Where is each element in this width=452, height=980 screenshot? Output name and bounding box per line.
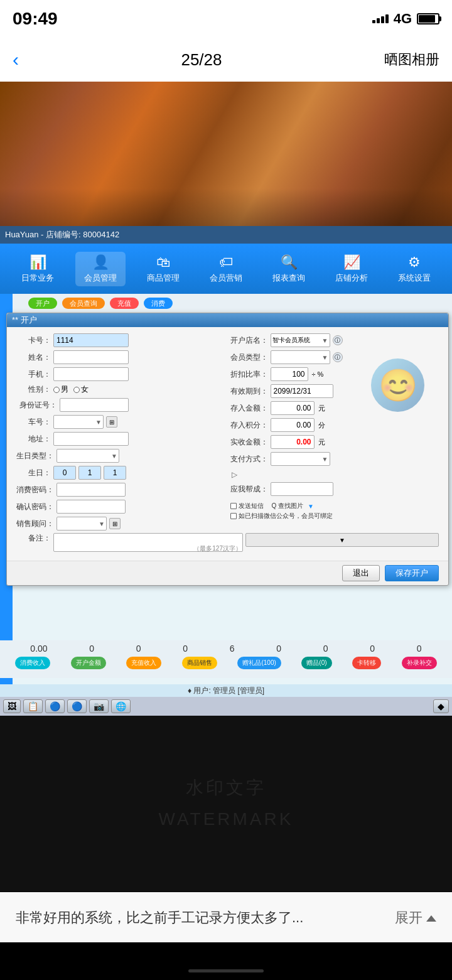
photo-overlay [0,188,452,226]
nav-title: 25/28 [19,50,384,70]
birthday-day[interactable]: 1 [104,466,126,480]
goods-icon: 🛍 [156,254,170,271]
stat-btn-transfer[interactable]: 卡转移 [352,657,381,669]
carno-expand-btn[interactable]: ⊞ [106,416,117,428]
stat-btn-gift100[interactable]: 赠礼品(100) [237,657,281,669]
shop-info-btn[interactable]: ⓘ [333,335,343,345]
taskbar-btn-1[interactable]: 🖼 [3,699,21,713]
stat-btn-open[interactable]: 开户金额 [71,657,106,669]
menu-goods[interactable]: 🛍 商品管理 [138,254,188,284]
taskbar-icon-3: 🔵 [50,701,60,711]
discount-unit: ÷ % [312,370,324,378]
recharge-btn[interactable]: 充值 [110,298,139,309]
back-button[interactable]: ‹ [13,49,19,70]
carno-label: 车号： [16,417,51,428]
birthday-year[interactable]: 0 [53,466,76,480]
wechat-label: 如已扫描微信公众号，会员可绑定 [239,512,333,520]
card-no-label: 卡号： [16,335,51,346]
birthday-month[interactable]: 1 [78,466,101,480]
cancel-button[interactable]: 退出 [342,565,380,581]
extra-btn[interactable]: ▼ [308,503,314,510]
taskbar-btn-4[interactable]: 🔵 [67,699,87,713]
menu-daily[interactable]: 📊 日常业务 [13,254,63,284]
menu-analysis[interactable]: 📈 店铺分析 [326,254,377,284]
valid-to-input[interactable] [271,384,333,398]
actual-amount-input[interactable] [271,435,315,449]
phone-input[interactable] [53,367,129,381]
female-option[interactable]: 女 [73,384,89,395]
deposit-amount-input[interactable] [271,401,315,415]
wishes-input[interactable] [271,482,333,496]
taskbar-btn-2[interactable]: 📋 [23,699,43,713]
taskbar: 🖼 📋 🔵 🔵 📷 🌐 ◆ [0,697,452,716]
pay-method-select[interactable]: ▼ [271,452,330,466]
wechat-checkbox[interactable] [230,513,237,519]
consume-btn[interactable]: 消费 [144,298,173,309]
save-open-account-button[interactable]: 保存开户 [385,565,439,581]
menu-marketing[interactable]: 🏷 会员营销 [201,254,251,284]
remarks-expand[interactable]: ▼ [245,533,439,547]
smiley-icon: 😊 [371,358,424,412]
open-account-dialog: ** 开户 卡号： 姓名： 手机： [6,313,449,586]
user-bar-text: ♦ 用户: 管理员 [管理员] [188,686,264,696]
expand-button[interactable]: 展开 [395,908,436,927]
taskbar-icon-4: 🔵 [72,701,82,711]
menu-report[interactable]: 🔍 报表查询 [264,254,314,284]
form-left: 卡号： 姓名： 手机： 性别： [16,333,225,530]
signal-4g: 4G [394,11,412,27]
cursor-row: ▷ [230,470,439,479]
stat-btn-gift0[interactable]: 赠品(0) [301,657,331,669]
stat-btn-goods[interactable]: 商品销售 [182,657,217,669]
valid-to-label: 有效期到： [230,386,268,397]
member-query-btn[interactable]: 会员查询 [62,298,105,309]
stat-btn-consume[interactable]: 消费收入 [15,657,50,669]
address-row: 地址： [16,432,225,446]
report-icon: 🔍 [281,254,298,271]
male-radio[interactable] [53,387,60,393]
stat-btn-supplement[interactable]: 补录补交 [402,657,437,669]
wishes-row: 应我帮成： [230,482,439,496]
stat-2: 0 [136,643,141,654]
taskbar-icon-2: 📋 [28,701,38,711]
deposit-points-input[interactable] [271,418,315,432]
marketing-icon: 🏷 [219,254,233,271]
pay-method-label: 支付方式： [230,454,268,465]
nav-right-label[interactable]: 晒图相册 [384,50,439,69]
app-menubar: 📊 日常业务 👤 会员管理 🛍 商品管理 🏷 会员营销 🔍 报表查询 📈 店铺分… [0,244,452,294]
member-type-info-btn[interactable]: ⓘ [333,352,343,362]
carno-select[interactable]: ▼ [53,415,104,429]
sales-select[interactable]: ▼ [56,517,107,530]
sms-checkbox[interactable] [230,503,237,509]
birthday-type-select[interactable]: ▼ [56,449,119,463]
open-account-btn[interactable]: 开户 [28,298,57,309]
chevron-up-icon [426,915,436,922]
nav-bar: ‹ 25/28 晒图相册 [0,38,452,82]
taskbar-btn-3[interactable]: 🔵 [45,699,65,713]
taskbar-btn-5[interactable]: 📷 [89,699,109,713]
right-options: 发送短信 Q 查找图片 ▼ 如已扫描微信公众号，会员可绑定 [230,502,439,522]
name-input[interactable] [53,350,129,364]
idcard-input[interactable] [60,398,129,412]
address-input[interactable] [53,432,129,446]
discount-input[interactable] [271,367,308,381]
female-radio[interactable] [73,387,80,393]
menu-member[interactable]: 👤 会员管理 [75,252,126,286]
card-no-input[interactable] [53,333,129,347]
stat-1: 0 [89,643,94,654]
confirm-pwd-input[interactable] [56,500,126,514]
taskbar-btn-6[interactable]: 🌐 [111,699,131,713]
shop-name-select[interactable]: 智卡会员系统▼ [271,333,330,347]
consume-pwd-label: 消费密码： [16,485,54,495]
carno-row: 车号： ▼ ⊞ [16,415,225,429]
home-indicator [188,969,264,972]
top-bar-row: 开户 会员查询 充值 消费 [13,294,452,313]
consume-pwd-input[interactable] [56,483,126,497]
member-type-select[interactable]: ▼ [271,350,330,364]
menu-settings[interactable]: ⚙ 系统设置 [389,254,439,284]
sales-expand-btn[interactable]: ⊞ [109,518,121,529]
taskbar-btn-diamond[interactable]: ◆ [433,699,449,713]
birthday-row: 生日： 0 1 1 [16,466,225,480]
shop-name-row: 开户店名： 智卡会员系统▼ ⓘ [230,333,439,347]
stat-btn-recharge[interactable]: 充值收入 [126,657,161,669]
male-option[interactable]: 男 [53,384,68,395]
